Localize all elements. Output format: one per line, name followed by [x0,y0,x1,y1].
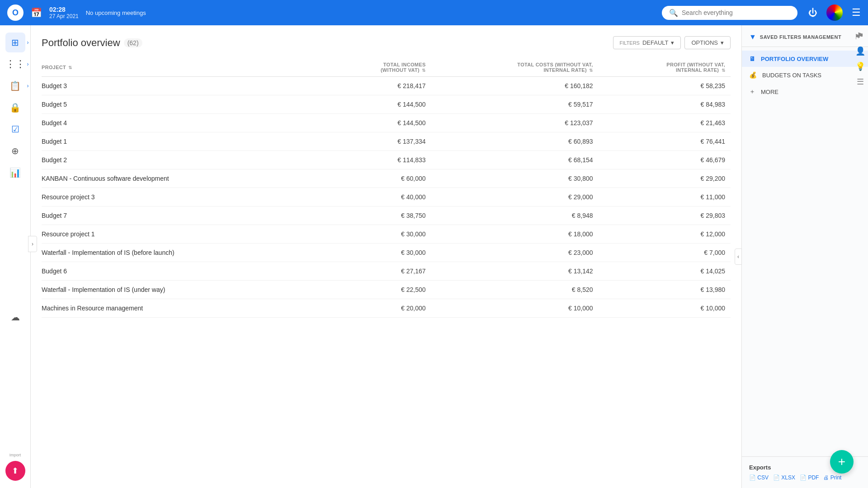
cell-project: Budget 3 [42,77,327,95]
bulb-icon[interactable]: 💡 [855,61,865,71]
import-label: Import [9,453,21,457]
cell-total-incomes: € 30,000 [327,244,431,262]
main-content: Portfolio overview (62) FILTERS DEFAULT … [31,25,741,488]
meeting-status: No upcoming meetings [86,9,146,16]
cell-total-incomes: € 137,334 [327,132,431,151]
cell-total-costs: € 8,948 [431,206,599,225]
chevron-down-icon: ▾ [671,39,674,46]
sidebar-item-tasks[interactable]: ⋮⋮ › [5,54,25,74]
nav-item-budgets-on-tasks[interactable]: 💰 BUDGETS ON TASKS [742,67,868,83]
col-profit[interactable]: PROFIT (WITHOUT VAT,INTERNAL RATE) ⇅ [599,58,731,77]
cell-project: KANBAN - Continuous software development [42,169,327,188]
monitor-icon: 🖥 [749,55,755,62]
sidebar-item-notes[interactable]: 📋 › [5,76,25,96]
chevron-down-icon: ▾ [721,39,724,46]
lock-icon: 🔒 [9,102,21,113]
col-total-incomes[interactable]: TOTAL INCOMES(WITHOUT VAT) ⇅ [327,58,431,77]
cell-total-costs: € 123,037 [431,114,599,132]
table-body: Budget 3 € 218,417 € 160,182 € 58,235 Bu… [42,77,731,318]
sidebar-item-analytics[interactable]: 📊 [5,163,25,183]
export-print[interactable]: 🖨 Print [823,474,841,481]
current-date: 27 Apr 2021 [49,13,79,19]
search-box[interactable]: 🔍 [662,6,797,20]
table-row: Resource project 3 € 40,000 € 29,000 € 1… [42,188,731,206]
cell-project: Budget 6 [42,262,327,281]
export-pdf[interactable]: 📄 PDF [800,474,819,481]
table-row: Waterfall - Implementation of IS (under … [42,281,731,299]
table-row: Resource project 1 € 30,000 € 18,000 € 1… [42,225,731,244]
nav-item-more[interactable]: ＋ MORE [742,83,868,100]
filters-value: DEFAULT [642,39,669,46]
cell-total-costs: € 30,800 [431,169,599,188]
cell-profit: € 29,803 [599,206,731,225]
search-input[interactable] [682,9,790,16]
sidebar-item-check[interactable]: ☑ [5,119,25,139]
cell-project: Resource project 3 [42,188,327,206]
cell-profit: € 46,679 [599,151,731,169]
cell-total-costs: € 29,000 [431,188,599,206]
right-panel: ‹ ▼ SAVED FILTERS MANAGEMENT ⚑ 🖥 PORTFOL… [741,25,868,488]
cell-total-costs: € 8,520 [431,281,599,299]
options-button[interactable]: OPTIONS ▾ [684,36,731,49]
cell-profit: € 76,441 [599,132,731,151]
cell-total-costs: € 68,154 [431,151,599,169]
top-navigation: O 📅 02:28 27 Apr 2021 No upcoming meetin… [0,0,868,25]
nav-item-portfolio-overview[interactable]: 🖥 PORTFOLIO OVERVIEW [742,51,868,67]
cell-total-costs: € 13,142 [431,262,599,281]
app-logo[interactable]: O [7,5,24,21]
export-csv[interactable]: 📄 CSV [749,474,769,481]
cell-total-incomes: € 22,500 [327,281,431,299]
col-project[interactable]: PROJECT ⇅ [42,58,327,77]
dashboard-icon: ⊞ [11,37,19,48]
fab-button[interactable]: + [830,450,854,474]
cell-total-incomes: € 218,417 [327,77,431,95]
search-icon: 🔍 [669,9,678,17]
cell-total-incomes: € 27,167 [327,262,431,281]
sidebar-item-cloud[interactable]: ☁ [5,307,25,327]
page-count: (62) [124,38,142,47]
right-panel-collapse[interactable]: ‹ [735,249,742,265]
analytics-icon: 📊 [9,167,21,178]
table-row: Machines in Resource management € 20,000… [42,299,731,318]
cell-total-incomes: € 40,000 [327,188,431,206]
cell-total-costs: € 160,182 [431,77,599,95]
cell-project: Waterfall - Implementation of IS (under … [42,281,327,299]
checklist-icon[interactable]: ☰ [857,77,864,87]
export-xlsx[interactable]: 📄 XLSX [773,474,795,481]
budget-icon: 💰 [749,71,757,79]
col-total-costs[interactable]: TOTAL COSTS (WITHOUT VAT,INTERNAL RATE) … [431,58,599,77]
sidebar-item-dashboard[interactable]: ⊞ › [5,33,25,52]
plus-icon: ⬆ [12,466,19,476]
cell-profit: € 58,235 [599,77,731,95]
expand-icon: › [27,61,29,67]
user-search-icon[interactable]: 👤 [855,46,865,56]
filters-button[interactable]: FILTERS DEFAULT ▾ [613,36,681,49]
plus-icon: ＋ [749,88,755,96]
cell-profit: € 14,025 [599,262,731,281]
sidebar-bottom: Import ⬆ [5,452,25,488]
flag-icon-strip[interactable]: ⚑ [857,31,864,41]
sidebar-item-lock[interactable]: 🔒 [5,98,25,117]
cell-project: Budget 5 [42,95,327,114]
cell-project: Budget 4 [42,114,327,132]
page-header: Portfolio overview (62) FILTERS DEFAULT … [42,36,731,49]
cell-profit: € 11,000 [599,188,731,206]
cell-profit: € 29,200 [599,169,731,188]
sidebar-item-goal[interactable]: ⊕ [5,141,25,161]
cell-project: Resource project 1 [42,225,327,244]
portfolio-table: PROJECT ⇅ TOTAL INCOMES(WITHOUT VAT) ⇅ T… [42,58,731,318]
table-row: Budget 4 € 144,500 € 123,037 € 21,463 [42,114,731,132]
cell-project: Machines in Resource management [42,299,327,318]
power-icon[interactable]: ⏻ [808,8,817,18]
cell-total-costs: € 59,517 [431,95,599,114]
table-row: Budget 7 € 38,750 € 8,948 € 29,803 [42,206,731,225]
expand-icon: › [27,83,29,89]
page-title-row: Portfolio overview (62) [42,37,142,49]
avatar[interactable] [826,5,843,21]
sidebar: ⊞ › ⋮⋮ › 📋 › 🔒 ☑ ⊕ 📊 ☁ Import ⬆ [0,25,31,488]
menu-icon[interactable]: ☰ [852,7,861,19]
import-button[interactable]: ⬆ [5,461,25,481]
cell-total-costs: € 23,000 [431,244,599,262]
cell-total-incomes: € 144,500 [327,95,431,114]
sidebar-expand-button[interactable]: › [28,236,37,252]
